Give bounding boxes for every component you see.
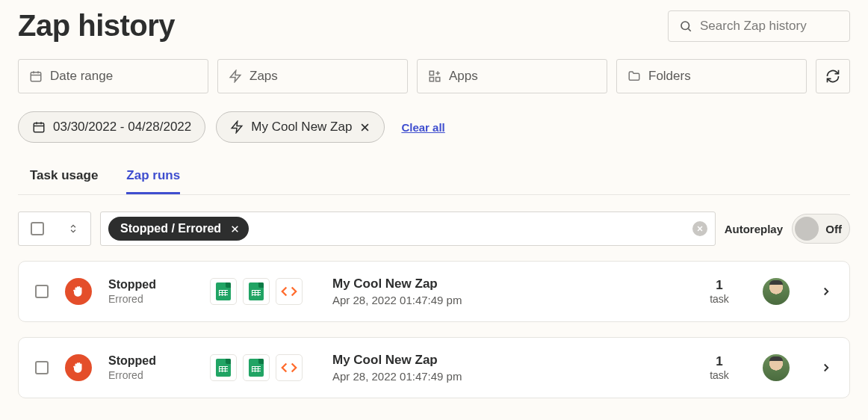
svg-rect-2 <box>31 72 41 81</box>
active-zap-filter-pill[interactable]: My Cool New Zap <box>216 111 385 143</box>
app-icon-sheets <box>243 354 270 381</box>
calendar-icon <box>29 70 43 83</box>
toggle-knob <box>795 217 819 241</box>
expand-row[interactable] <box>819 361 833 374</box>
run-timestamp: Apr 28, 2022 01:47:49 pm <box>332 370 688 383</box>
run-checkbox[interactable] <box>35 285 49 298</box>
svg-rect-9 <box>430 78 433 81</box>
zap-icon <box>229 70 242 83</box>
task-count: 1 <box>716 278 722 293</box>
run-checkbox[interactable] <box>35 361 49 374</box>
calendar-icon <box>32 120 46 134</box>
folders-filter[interactable]: Folders <box>616 59 807 93</box>
run-status: Stopped <box>108 354 173 368</box>
zaps-label: Zaps <box>249 69 278 84</box>
avatar <box>763 354 790 381</box>
task-count: 1 <box>716 354 722 369</box>
refresh-button[interactable] <box>816 59 850 93</box>
apps-label: Apps <box>449 69 478 84</box>
autoreplay-toggle[interactable]: Off <box>792 214 850 244</box>
status-indicator <box>65 354 92 381</box>
task-label: task <box>710 293 729 305</box>
search-icon <box>679 19 692 33</box>
page-title: Zap history <box>18 9 175 43</box>
status-indicator <box>65 278 92 305</box>
selector-icon <box>68 222 78 235</box>
task-label: task <box>710 369 729 381</box>
expand-row[interactable] <box>819 285 833 298</box>
zaps-filter[interactable]: Zaps <box>217 59 408 93</box>
apps-icon <box>428 70 441 83</box>
remove-zap-filter[interactable] <box>359 122 371 133</box>
remove-status-filter[interactable] <box>230 224 240 234</box>
svg-line-1 <box>688 28 690 31</box>
status-filter-input[interactable]: Stopped / Errored <box>100 211 716 246</box>
folder-icon <box>627 70 641 83</box>
apps-filter[interactable]: Apps <box>417 59 607 93</box>
search-input-container[interactable] <box>668 10 850 42</box>
toggle-state: Off <box>825 223 842 235</box>
zap-run-row[interactable]: Stopped Errored My Cool New Zap Apr 28, … <box>18 261 850 322</box>
app-icon-code <box>276 278 303 305</box>
app-icon-code <box>276 354 303 381</box>
svg-rect-12 <box>34 123 44 132</box>
tab-task-usage[interactable]: Task usage <box>30 164 98 194</box>
svg-point-0 <box>681 22 689 30</box>
search-input[interactable] <box>700 19 839 34</box>
select-all-checkbox[interactable] <box>31 222 44 235</box>
run-zap-name: My Cool New Zap <box>332 277 688 291</box>
app-icon-sheets <box>210 278 237 305</box>
zap-icon <box>230 120 244 134</box>
svg-marker-6 <box>230 71 241 82</box>
autoreplay-label: Autoreplay <box>725 223 783 235</box>
active-zap-filter-text: My Cool New Zap <box>251 120 352 135</box>
app-icon-sheets <box>210 354 237 381</box>
run-timestamp: Apr 28, 2022 01:47:49 pm <box>332 294 688 306</box>
svg-rect-8 <box>436 78 440 81</box>
run-status-detail: Errored <box>108 369 173 381</box>
tab-zap-runs[interactable]: Zap runs <box>126 164 180 194</box>
folders-label: Folders <box>648 69 691 84</box>
status-filter-chip: Stopped / Errored <box>108 217 249 241</box>
active-date-filter-text: 03/30/2022 - 04/28/2022 <box>53 120 191 135</box>
run-zap-name: My Cool New Zap <box>332 353 688 368</box>
active-date-filter-pill[interactable]: 03/30/2022 - 04/28/2022 <box>18 111 205 143</box>
run-status: Stopped <box>108 278 173 291</box>
svg-rect-7 <box>430 71 433 75</box>
hand-stop-icon <box>72 285 85 298</box>
bulk-select-dropdown[interactable] <box>18 211 91 246</box>
refresh-icon <box>825 69 840 84</box>
clear-all-link[interactable]: Clear all <box>401 121 444 134</box>
app-icon-sheets <box>243 278 270 305</box>
status-chip-label: Stopped / Errored <box>120 222 221 235</box>
date-range-label: Date range <box>50 69 113 84</box>
hand-stop-icon <box>72 361 85 374</box>
zap-run-row[interactable]: Stopped Errored My Cool New Zap Apr 28, … <box>18 337 850 398</box>
svg-marker-16 <box>232 122 243 133</box>
avatar <box>763 278 790 305</box>
date-range-filter[interactable]: Date range <box>18 59 208 93</box>
clear-status-filter[interactable] <box>692 221 707 236</box>
run-status-detail: Errored <box>108 293 173 305</box>
